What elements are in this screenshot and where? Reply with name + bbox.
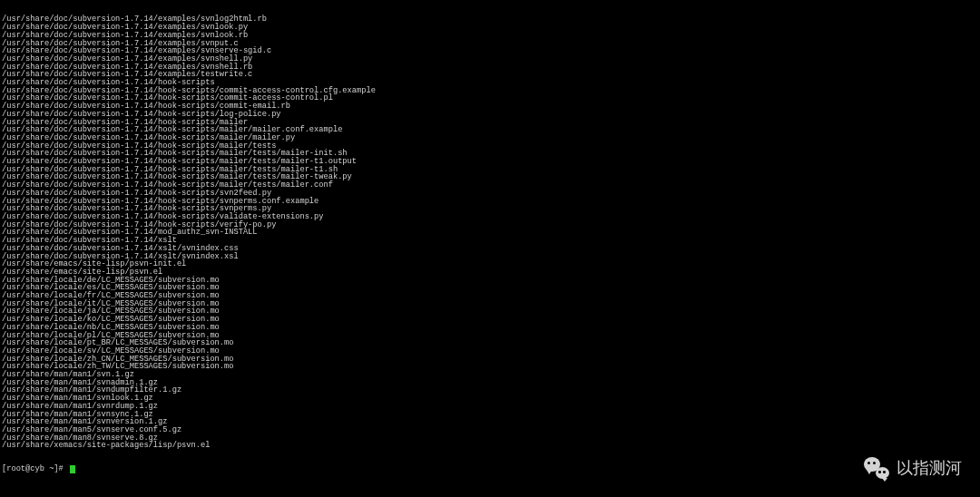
shell-prompt-line[interactable]: [root@cyb ~]# — [0, 465, 980, 473]
output-line: /usr/share/xemacs/site-packages/lisp/psv… — [0, 442, 980, 450]
output-lines: /usr/share/doc/subversion-1.7.14/example… — [0, 15, 980, 450]
shell-prompt: [root@cyb ~]# — [2, 464, 68, 473]
output-line: /usr/share/locale/zh_TW/LC_MESSAGES/subv… — [0, 363, 980, 371]
terminal[interactable]: /usr/share/doc/subversion-1.7.14/example… — [0, 0, 980, 497]
cursor-block — [70, 465, 75, 473]
